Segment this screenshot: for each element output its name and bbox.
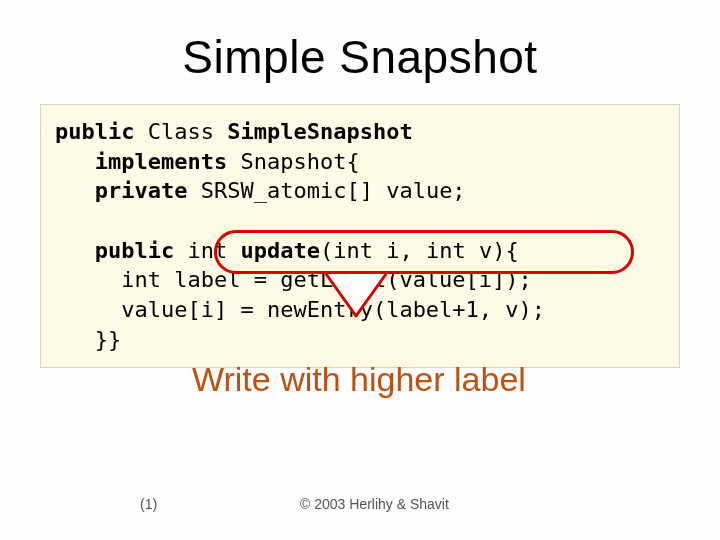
code-block: public Class SimpleSnapshot implements S…: [40, 104, 680, 368]
code-line: }}: [95, 327, 122, 352]
slide: Simple Snapshot public Class SimpleSnaps…: [0, 0, 720, 540]
keyword-implements: implements: [95, 149, 227, 174]
class-name: SimpleSnapshot: [227, 119, 412, 144]
copyright: © 2003 Herlihy & Shavit: [300, 496, 449, 512]
code-text: int: [174, 238, 240, 263]
code-text: SRSW_atomic[] value;: [187, 178, 465, 203]
method-name: update: [240, 238, 319, 263]
keyword-private: private: [95, 178, 188, 203]
code-text: Class: [134, 119, 227, 144]
code-line: value[i] = newEntry(label+1, v);: [121, 297, 545, 322]
slide-number: (1): [140, 496, 157, 512]
keyword-public: public: [95, 238, 174, 263]
code-text: Snapshot{: [227, 149, 359, 174]
keyword-public: public: [55, 119, 134, 144]
code-line: int label = getLabel(value[i]);: [121, 267, 532, 292]
slide-title: Simple Snapshot: [40, 30, 680, 84]
callout-caption: Write with higher label: [192, 360, 526, 399]
code-text: (int i, int v){: [320, 238, 519, 263]
